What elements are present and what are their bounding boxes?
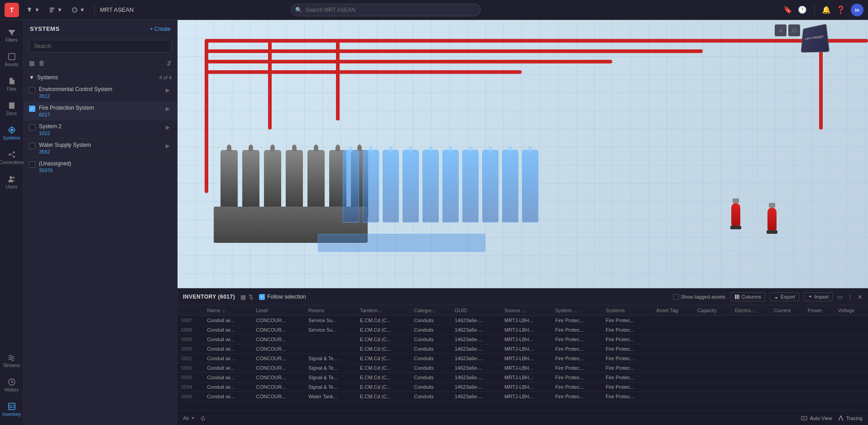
system-item-env[interactable]: Environmental Control System 2612 ▶ — [24, 83, 177, 102]
sidebar-item-systems[interactable]: Systems — [2, 121, 22, 145]
sidebar-item-users[interactable]: Users — [2, 170, 22, 194]
sys2-isolate-btn[interactable]: ▶ — [164, 123, 172, 131]
3d-scene[interactable]: ⌂ □ LEFT FRONT — [177, 20, 868, 288]
collapse-icon[interactable]: ▼ — [29, 74, 34, 81]
table-cell: 14623a6e-... — [451, 382, 501, 392]
app-logo[interactable]: T — [5, 3, 19, 17]
env-isolate-btn[interactable]: ▶ — [164, 86, 172, 94]
system-item-sys2[interactable]: System 2 1022 ▶ — [24, 121, 177, 139]
text-style-button[interactable]: Ab — [183, 415, 195, 421]
auto-view-icon — [801, 415, 807, 421]
row-number: 5990 — [177, 344, 203, 354]
close-panel-button[interactable]: ✕ — [858, 294, 863, 300]
col-name[interactable]: Name ↓ — [203, 305, 252, 316]
sidebar-item-assets[interactable]: Assets — [2, 48, 22, 72]
export-button[interactable]: Export — [770, 292, 799, 301]
system-item-water[interactable]: Water Supply System 3562 ▶ — [24, 139, 177, 158]
water-isolate-btn[interactable]: ▶ — [164, 142, 172, 150]
nav-button-navigate[interactable]: ▼ — [23, 5, 43, 15]
sidebar-item-connections[interactable]: Connections — [2, 146, 22, 169]
filter-toolbar-icon[interactable]: ▦ — [29, 59, 35, 67]
svg-point-2 — [10, 129, 13, 131]
point-cloud-button[interactable] — [200, 415, 206, 421]
env-checkbox[interactable] — [29, 87, 35, 93]
col-current[interactable]: Current — [770, 305, 804, 316]
resize-panel-button[interactable]: ▭ — [837, 294, 843, 300]
table-cell: E.CM.Cd (C... — [356, 363, 410, 373]
docs-icon — [8, 101, 16, 110]
global-search-input[interactable] — [291, 4, 481, 16]
table-cell: Fire Protec... — [551, 363, 602, 373]
sidebar-item-files[interactable]: Files — [2, 72, 22, 96]
table-cell: CONCOUR... — [252, 373, 305, 382]
table-cell — [731, 316, 770, 325]
sidebar-item-streams[interactable]: Streams — [2, 349, 22, 372]
svg-rect-11 — [735, 295, 736, 299]
sidebar-item-filters[interactable]: Filters — [2, 24, 22, 47]
system-item-unassigned[interactable]: (Unassigned) 35076 — [24, 158, 177, 176]
col-electric[interactable]: Electric... — [731, 305, 770, 316]
nav-button-directions[interactable]: ▼ — [68, 5, 89, 15]
unassigned-checkbox[interactable] — [29, 161, 35, 168]
tracing-button[interactable]: Tracing — [838, 415, 863, 421]
sidebar-item-docs[interactable]: Docs — [2, 97, 22, 121]
row-number: 5988 — [177, 325, 203, 335]
col-capacity[interactable]: Capacity — [694, 305, 731, 316]
pipe-vertical-mid1 — [268, 39, 272, 130]
extinguisher-2 — [767, 203, 777, 234]
table-row[interactable]: 5990Conduit wi...CONCOUR...E.CM.Cd (C...… — [177, 344, 868, 354]
inventory-filter-icon[interactable]: ▦ — [240, 294, 246, 300]
bell-button[interactable]: 🔔 — [822, 5, 831, 14]
table-cell: Conduit wi... — [203, 354, 252, 363]
col-systems[interactable]: Systems — [602, 305, 653, 316]
import-button[interactable]: Import — [804, 292, 833, 301]
col-voltage[interactable]: Voltage — [834, 305, 868, 316]
fit-view-button[interactable]: □ — [788, 24, 800, 36]
columns-button[interactable]: Columns — [730, 292, 765, 301]
more-options-button[interactable]: ⋮ — [847, 294, 853, 300]
fire-checkbox[interactable] — [29, 106, 35, 112]
table-cell: Conduit wi... — [203, 392, 252, 401]
nav-button-markup[interactable]: ▼ — [45, 5, 66, 15]
bookmark-button[interactable]: 🔖 — [783, 5, 792, 14]
nav-cube[interactable]: LEFT FRONT — [800, 24, 832, 56]
col-guid[interactable]: GUID — [451, 305, 501, 316]
home-view-button[interactable]: ⌂ — [775, 24, 786, 36]
table-row[interactable]: 5993Conduit wi...CONCOUR...Signal & Te..… — [177, 373, 868, 382]
water-checkbox[interactable] — [29, 143, 35, 149]
auto-view-button[interactable]: Auto View — [801, 415, 832, 421]
table-row[interactable]: 5988Conduit wi...CONCOUR...Service Su...… — [177, 325, 868, 335]
user-avatar[interactable]: in — [851, 4, 863, 16]
sort-toolbar-icon[interactable]: ⇵ — [167, 60, 172, 67]
table-row[interactable]: 5995Conduit wi...CONCOUR...Water Tank...… — [177, 392, 868, 401]
table-cell — [804, 335, 834, 344]
col-source[interactable]: Source ... — [501, 305, 551, 316]
inventory-table-wrapper[interactable]: Name ↓ Level Rooms Tandem... Categor... … — [177, 305, 868, 411]
table-row[interactable]: 5991Conduit wi...CONCOUR...Signal & Te..… — [177, 354, 868, 363]
col-level[interactable]: Level — [252, 305, 305, 316]
table-row[interactable]: 5989Conduit wi...CONCOUR...E.CM.Cd (C...… — [177, 335, 868, 344]
follow-selection-checkbox[interactable] — [259, 294, 265, 300]
sidebar-item-history[interactable]: History — [2, 373, 22, 397]
system-item-fire[interactable]: Fire Protection System 6017 ▶ — [24, 102, 177, 121]
inventory-swap-icon[interactable]: ⇅ — [249, 294, 254, 300]
panel-search-input[interactable] — [29, 40, 172, 53]
col-system-mark[interactable]: System ... — [551, 305, 602, 316]
col-category[interactable]: Categor... — [410, 305, 451, 316]
create-button[interactable]: + Create — [150, 26, 171, 32]
clock-button[interactable]: 🕐 — [798, 5, 807, 14]
sidebar-item-inventory[interactable]: Inventory — [2, 398, 22, 421]
col-asset-tag[interactable]: Asset Tag — [652, 305, 694, 316]
table-row[interactable]: 5994Conduit wi...CONCOUR...Signal & Te..… — [177, 382, 868, 392]
col-rooms[interactable]: Rooms — [305, 305, 356, 316]
show-tagged-checkbox[interactable] — [673, 294, 679, 300]
table-row[interactable]: 5992Conduit wi...CONCOUR...Signal & Te..… — [177, 363, 868, 373]
col-tandem[interactable]: Tandem... — [356, 305, 410, 316]
col-power[interactable]: Power — [804, 305, 834, 316]
fire-isolate-btn[interactable]: ▶ — [164, 105, 172, 113]
sys2-checkbox[interactable] — [29, 124, 35, 130]
cylinder-blue-4 — [403, 150, 419, 222]
delete-toolbar-icon[interactable]: 🗑 — [38, 59, 45, 67]
help-button[interactable]: ❓ — [836, 5, 845, 14]
table-row[interactable]: 5987Conduit wi...CONCOUR...Service Su...… — [177, 316, 868, 325]
